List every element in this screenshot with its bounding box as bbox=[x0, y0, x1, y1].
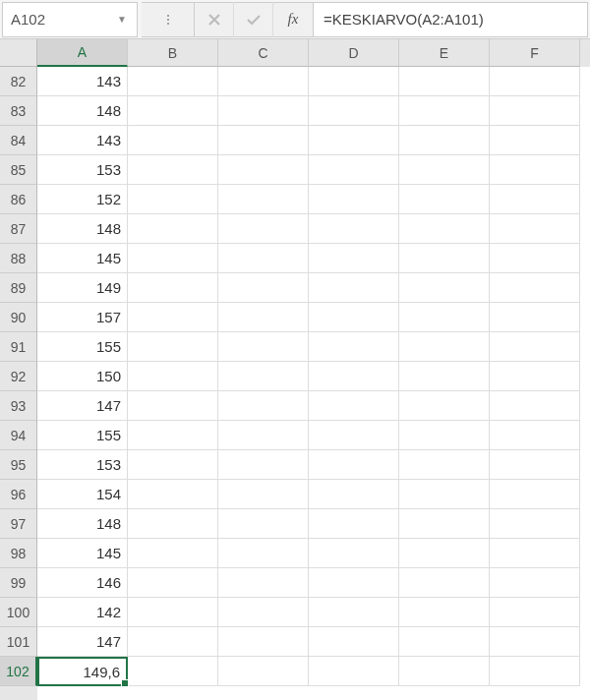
cell-D92[interactable] bbox=[309, 362, 399, 391]
name-box[interactable]: A102 ▼ bbox=[2, 2, 138, 37]
cell-C92[interactable] bbox=[218, 362, 309, 391]
cell-F92[interactable] bbox=[490, 362, 580, 391]
cell-F83[interactable] bbox=[490, 96, 580, 126]
row-header-93[interactable]: 93 bbox=[0, 391, 37, 421]
cell-A102[interactable]: 149,6 bbox=[37, 657, 128, 686]
cell-D83[interactable] bbox=[309, 96, 399, 126]
row-header-102[interactable]: 102 bbox=[0, 657, 37, 686]
row-header-90[interactable]: 90 bbox=[0, 303, 37, 332]
row-header-84[interactable]: 84 bbox=[0, 126, 37, 155]
cell-A100[interactable]: 142 bbox=[37, 598, 128, 627]
cell-D85[interactable] bbox=[309, 155, 399, 185]
cell-C93[interactable] bbox=[218, 391, 309, 421]
cell-E91[interactable] bbox=[399, 332, 490, 362]
column-header-F[interactable]: F bbox=[490, 39, 580, 67]
cell-D84[interactable] bbox=[309, 126, 399, 155]
cell-B84[interactable] bbox=[128, 126, 218, 155]
cell-C84[interactable] bbox=[218, 126, 309, 155]
cell-B99[interactable] bbox=[128, 568, 218, 598]
cell-A91[interactable]: 155 bbox=[37, 332, 128, 362]
cell-A97[interactable]: 148 bbox=[37, 509, 128, 539]
cell-F85[interactable] bbox=[490, 155, 580, 185]
cell-E101[interactable] bbox=[399, 627, 490, 657]
cell-C98[interactable] bbox=[218, 539, 309, 568]
cell-A87[interactable]: 148 bbox=[37, 214, 128, 244]
cell-F94[interactable] bbox=[490, 421, 580, 450]
cell-B97[interactable] bbox=[128, 509, 218, 539]
cell-F89[interactable] bbox=[490, 273, 580, 303]
cell-B95[interactable] bbox=[128, 450, 218, 480]
cell-E86[interactable] bbox=[399, 185, 490, 214]
cell-E93[interactable] bbox=[399, 391, 490, 421]
cell-A84[interactable]: 143 bbox=[37, 126, 128, 155]
cell-B88[interactable] bbox=[128, 244, 218, 273]
cell-F100[interactable] bbox=[490, 598, 580, 627]
cell-F98[interactable] bbox=[490, 539, 580, 568]
cell-D90[interactable] bbox=[309, 303, 399, 332]
cell-B91[interactable] bbox=[128, 332, 218, 362]
enter-button[interactable] bbox=[234, 2, 273, 37]
cell-E98[interactable] bbox=[399, 539, 490, 568]
cell-E90[interactable] bbox=[399, 303, 490, 332]
row-header-89[interactable]: 89 bbox=[0, 273, 37, 303]
cell-F96[interactable] bbox=[490, 480, 580, 509]
cell-F88[interactable] bbox=[490, 244, 580, 273]
cell-D94[interactable] bbox=[309, 421, 399, 450]
cell-F93[interactable] bbox=[490, 391, 580, 421]
cell-B90[interactable] bbox=[128, 303, 218, 332]
cell-B100[interactable] bbox=[128, 598, 218, 627]
cell-E102[interactable] bbox=[399, 657, 490, 686]
cell-A99[interactable]: 146 bbox=[37, 568, 128, 598]
cell-C83[interactable] bbox=[218, 96, 309, 126]
formula-input[interactable]: =KESKIARVO(A2:A101) bbox=[314, 2, 588, 37]
row-header-83[interactable]: 83 bbox=[0, 96, 37, 126]
cell-B85[interactable] bbox=[128, 155, 218, 185]
cell-F87[interactable] bbox=[490, 214, 580, 244]
cell-C89[interactable] bbox=[218, 273, 309, 303]
cell-F102[interactable] bbox=[490, 657, 580, 686]
cell-D100[interactable] bbox=[309, 598, 399, 627]
cell-C101[interactable] bbox=[218, 627, 309, 657]
row-header-95[interactable]: 95 bbox=[0, 450, 37, 480]
row-header-96[interactable]: 96 bbox=[0, 480, 37, 509]
cancel-button[interactable] bbox=[195, 2, 234, 37]
row-header-100[interactable]: 100 bbox=[0, 598, 37, 627]
cell-A93[interactable]: 147 bbox=[37, 391, 128, 421]
row-header-98[interactable]: 98 bbox=[0, 539, 37, 568]
cell-B83[interactable] bbox=[128, 96, 218, 126]
cell-E94[interactable] bbox=[399, 421, 490, 450]
cell-A82[interactable]: 143 bbox=[37, 67, 128, 96]
cell-D91[interactable] bbox=[309, 332, 399, 362]
cell-A96[interactable]: 154 bbox=[37, 480, 128, 509]
cell-E92[interactable] bbox=[399, 362, 490, 391]
cell-E85[interactable] bbox=[399, 155, 490, 185]
cell-C100[interactable] bbox=[218, 598, 309, 627]
cell-F91[interactable] bbox=[490, 332, 580, 362]
fx-expand-button[interactable] bbox=[142, 2, 195, 37]
row-header-97[interactable]: 97 bbox=[0, 509, 37, 539]
cell-F82[interactable] bbox=[490, 67, 580, 96]
cell-C86[interactable] bbox=[218, 185, 309, 214]
cell-B92[interactable] bbox=[128, 362, 218, 391]
cell-C96[interactable] bbox=[218, 480, 309, 509]
cell-B94[interactable] bbox=[128, 421, 218, 450]
cell-E83[interactable] bbox=[399, 96, 490, 126]
cell-B87[interactable] bbox=[128, 214, 218, 244]
cell-C90[interactable] bbox=[218, 303, 309, 332]
cell-A83[interactable]: 148 bbox=[37, 96, 128, 126]
cell-A95[interactable]: 153 bbox=[37, 450, 128, 480]
cell-B89[interactable] bbox=[128, 273, 218, 303]
cell-E88[interactable] bbox=[399, 244, 490, 273]
cell-F95[interactable] bbox=[490, 450, 580, 480]
cell-E96[interactable] bbox=[399, 480, 490, 509]
cell-A89[interactable]: 149 bbox=[37, 273, 128, 303]
cell-E87[interactable] bbox=[399, 214, 490, 244]
cell-B96[interactable] bbox=[128, 480, 218, 509]
column-header-B[interactable]: B bbox=[128, 39, 218, 67]
row-header-88[interactable]: 88 bbox=[0, 244, 37, 273]
cell-F99[interactable] bbox=[490, 568, 580, 598]
cell-E89[interactable] bbox=[399, 273, 490, 303]
cell-C91[interactable] bbox=[218, 332, 309, 362]
cell-D93[interactable] bbox=[309, 391, 399, 421]
cell-D87[interactable] bbox=[309, 214, 399, 244]
